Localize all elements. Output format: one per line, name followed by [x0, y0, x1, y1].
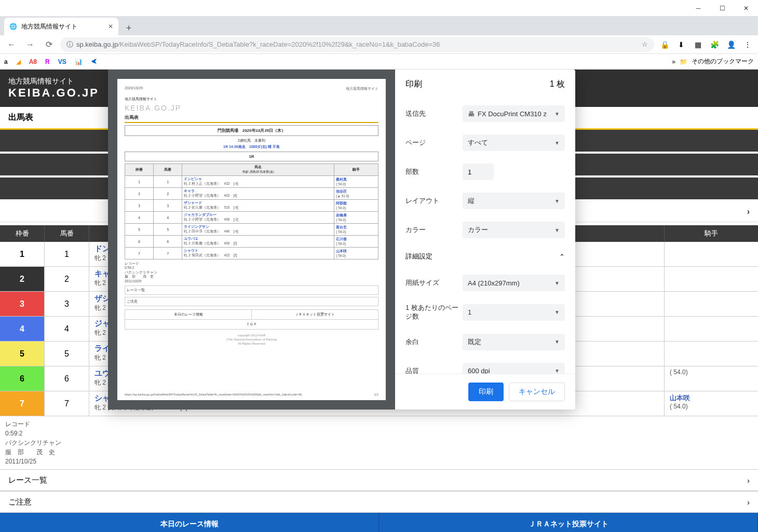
print-sheet-count: 1 枚	[550, 79, 565, 90]
pv-th-waku: 枠番	[125, 164, 154, 176]
print-header: 印刷 1 枚	[395, 70, 575, 99]
color-select[interactable]: カラー▼	[463, 222, 565, 238]
chevron-down-icon: ▼	[554, 280, 560, 286]
pv-row: 22 キャラ牝 2 小野望（北海道） 402 [4] 池谷匠(▲ 51.0)	[125, 188, 378, 200]
url-field[interactable]: ⓘ sp.keiba.go.jp/KeibaWebSP/TodayRaceInf…	[60, 37, 654, 52]
reload-button[interactable]: ⟳	[42, 37, 56, 52]
paper-select[interactable]: A4 (210x297mm)▼	[463, 275, 565, 291]
uma-cell: 5	[45, 342, 89, 366]
dest-select[interactable]: 🖶FX DocuPrint CM310 z ▼	[463, 105, 565, 122]
th-jockey: 騎手	[665, 225, 758, 242]
new-tab-button[interactable]: +	[121, 21, 136, 35]
minimize-button[interactable]: ─	[686, 0, 710, 17]
th-uma: 馬番	[45, 225, 89, 242]
ext-icon-2[interactable]: ▦	[692, 38, 704, 51]
cancel-button[interactable]: キャンセル	[509, 383, 565, 401]
bookmark-vs[interactable]: VS	[58, 58, 66, 65]
quality-select[interactable]: 600 dpi▼	[463, 363, 565, 374]
pages-label: ページ	[405, 138, 463, 147]
chevron-down-icon: ▼	[554, 368, 560, 374]
waku-cell: 7	[0, 391, 45, 416]
bookmarks-bar: a ◢ A8 R VS 📊 ⮜ » 📁 その他のブックマーク	[0, 54, 758, 70]
race-list-row[interactable]: レース一覧 ›	[0, 469, 758, 491]
jockey-cell: 山本咲( 54.0)	[665, 391, 758, 416]
layout-select[interactable]: 縦▼	[463, 193, 565, 209]
waku-cell: 6	[0, 366, 45, 391]
waku-cell: 4	[0, 317, 45, 341]
more-settings-toggle[interactable]: 詳細設定⌃	[405, 244, 565, 268]
pps-label: 1 枚あたりのページ数	[405, 304, 463, 321]
preview-page: 2020/10/29 地方競馬情報サイト 地方競馬情報サイト KEIBA.GO.…	[117, 79, 386, 400]
print-button[interactable]: 印刷	[468, 383, 504, 401]
profile-icon[interactable]: 👤	[725, 38, 737, 51]
globe-icon: 🌐	[9, 23, 17, 30]
star-icon[interactable]: ☆	[642, 40, 648, 48]
pv-th-name: 馬名性齢 調教師 馬体重[差]	[182, 164, 334, 176]
back-button[interactable]: ←	[4, 37, 19, 52]
page-content: 地方競馬情報サイト KEIBA.GO.JP 出馬表 › 枠番 馬番 騎手 1 1…	[0, 70, 758, 532]
today-race-button[interactable]: 本日のレース情報	[0, 513, 379, 532]
pv-row: 11 ドンピシャ牝 2 村上正（北海道） 432 [-6] 桑村真( 54.0)	[125, 176, 378, 188]
copies-label: 部数	[405, 167, 463, 176]
pv-sitename: 地方競馬情報サイト	[346, 86, 378, 91]
pv-shuba: 出馬表	[125, 114, 378, 123]
copies-input[interactable]	[463, 163, 494, 180]
lock-icon: ⓘ	[66, 40, 73, 49]
browser-tab[interactable]: 🌐 地方競馬情報サイト ✕	[4, 18, 118, 35]
chevron-right-icon: ›	[747, 476, 750, 485]
bookmark-chart[interactable]: 📊	[75, 58, 83, 65]
footer-buttons: 本日のレース情報 ＪＲＡネット投票サイト	[0, 513, 758, 532]
jra-vote-button[interactable]: ＪＲＡネット投票サイト	[379, 513, 758, 532]
bookmark-r[interactable]: R	[45, 58, 50, 65]
uma-cell: 2	[45, 267, 89, 291]
address-bar: ← → ⟳ ⓘ sp.keiba.go.jp/KeibaWebSP/TodayR…	[0, 35, 758, 54]
margin-select[interactable]: 既定▼	[463, 334, 565, 350]
uma-cell: 3	[45, 292, 89, 316]
paper-label: 用紙サイズ	[405, 278, 463, 288]
download-icon[interactable]: ⬇	[675, 38, 687, 51]
menu-icon[interactable]: ⋮	[741, 38, 754, 51]
pv-sitename2: 地方競馬情報サイト	[125, 97, 378, 102]
bookmarks-more-icon[interactable]: »	[672, 58, 675, 65]
pv-acc1: レース一覧	[125, 285, 378, 295]
uma-cell: 6	[45, 366, 89, 391]
th-waku: 枠番	[0, 225, 45, 242]
pv-row: 33 ザシャード牝 2 佐久勝（北海道） 510 [-8] 阿部龍( 54.0)	[125, 200, 378, 212]
tab-bar: 🌐 地方競馬情報サイト ✕ +	[0, 17, 758, 35]
pages-select[interactable]: すべて▼	[463, 134, 565, 151]
race-list-label: レース一覧	[8, 475, 47, 485]
pv-venue: 門別競馬場 2020年10月29日（木）	[125, 125, 378, 136]
uma-cell: 4	[45, 317, 89, 341]
color-label: カラー	[405, 225, 463, 235]
extensions-icon[interactable]: 🧩	[708, 38, 721, 51]
record-l4: 服 部 茂 史	[5, 447, 753, 457]
maximize-button[interactable]: ☐	[710, 0, 734, 17]
chevron-right-icon: ›	[747, 498, 750, 507]
tab-close-icon[interactable]: ✕	[108, 23, 113, 30]
record-box: レコード 0:59:2 パクシンクリチャン 服 部 茂 史 2011/10/25	[0, 416, 758, 469]
chevron-right-icon: ›	[747, 207, 750, 216]
pv-rtab: 1R	[125, 152, 378, 161]
bookmark-gc[interactable]: ◢	[16, 58, 21, 65]
jockey-cell	[665, 267, 758, 291]
bookmark-a[interactable]: a	[4, 58, 8, 65]
chevron-down-icon: ▼	[554, 309, 560, 315]
printer-icon: 🖶	[468, 110, 475, 118]
pps-select[interactable]: 1▼	[463, 304, 565, 321]
pv-class: 2歳牝馬 未勝利	[125, 138, 378, 143]
waku-cell: 3	[0, 292, 45, 316]
other-bookmarks[interactable]: その他のブックマーク	[692, 57, 754, 66]
waku-cell: 1	[0, 242, 45, 266]
ext-icon-1[interactable]: 🔒	[658, 38, 671, 51]
bookmark-arrow[interactable]: ⮜	[91, 58, 97, 65]
notice-row[interactable]: ご注意 ›	[0, 491, 758, 513]
chevron-down-icon: ▼	[554, 198, 560, 204]
forward-button[interactable]: →	[23, 37, 37, 52]
print-settings-panel: 印刷 1 枚 送信先 🖶FX DocuPrint CM310 z ▼ ページ す…	[395, 70, 575, 410]
jockey-cell	[665, 342, 758, 366]
pv-copyright: copyright 2012-NAR(The National Associat…	[125, 334, 378, 346]
close-button[interactable]: ✕	[734, 0, 758, 17]
pv-row: 66 ユウバエ牝 2 川島雅（北海道） 400 [2] 石川倭( 54.0)	[125, 236, 378, 248]
bookmark-a8[interactable]: A8	[29, 58, 37, 65]
pv-top: ＴＯＰ	[125, 320, 378, 330]
